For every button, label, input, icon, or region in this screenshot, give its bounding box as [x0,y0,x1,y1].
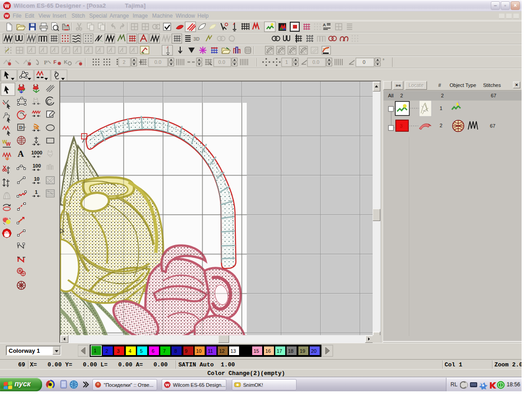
svg-text:17: 17 [277,348,282,354]
svg-text:4: 4 [129,348,131,354]
svg-text:12: 12 [219,348,225,354]
svg-text:67: 67 [490,123,495,129]
svg-text:2: 2 [105,348,108,354]
svg-text:10: 10 [196,348,201,354]
svg-text:F: F [53,59,57,65]
svg-text:W: W [6,141,11,147]
svg-text:15: 15 [254,348,259,354]
svg-text:3: 3 [400,123,403,129]
svg-text:13: 13 [230,348,236,354]
svg-text:5: 5 [140,348,143,354]
svg-text:D: D [19,125,23,130]
svg-text:8: 8 [174,348,177,354]
svg-text:19: 19 [300,348,305,354]
svg-text:K: K [64,59,67,65]
svg-text:20: 20 [311,348,316,354]
svg-text:16: 16 [265,348,271,354]
svg-text:1: 1 [94,348,96,353]
svg-text:1: 1 [35,189,38,195]
svg-text:100: 100 [33,163,41,168]
svg-text:3: 3 [117,348,120,354]
svg-text:1000: 1000 [31,150,42,155]
svg-text:7: 7 [163,348,166,354]
svg-text:1: 1 [440,106,442,111]
svg-text:0.0: 0.0 [154,59,161,65]
svg-text:2: 2 [123,59,125,65]
svg-text:18: 18 [288,348,293,354]
svg-text:0.0: 0.0 [312,59,319,65]
svg-text:°: ° [383,58,384,63]
svg-text:0.0: 0.0 [218,59,225,65]
svg-text:A: A [18,149,24,159]
svg-text:0: 0 [363,59,365,65]
svg-text:1: 1 [285,59,288,65]
svg-text:6: 6 [152,348,154,354]
svg-text:P: P [44,59,48,66]
svg-text:9: 9 [185,348,187,354]
svg-text:10: 10 [34,176,39,182]
svg-text:11: 11 [208,348,213,354]
svg-text:3D: 3D [193,36,200,42]
svg-text:A: A [323,23,326,27]
svg-text:2: 2 [440,123,442,128]
